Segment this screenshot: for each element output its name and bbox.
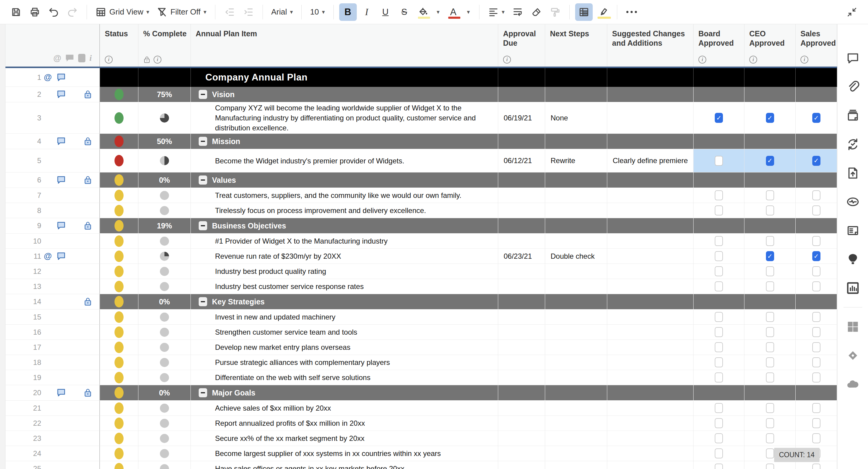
table-row[interactable]: 10#1 Provider of Widget X to the Manufac… — [5, 234, 837, 249]
cell-ceo-approved[interactable] — [744, 68, 796, 87]
cell-plan-item[interactable]: Develop new market entry plans overseas — [191, 340, 498, 355]
cell-percent[interactable] — [138, 102, 191, 134]
cell-sales-approved[interactable]: ✓ — [796, 149, 837, 172]
checkbox-unchecked[interactable] — [715, 357, 723, 367]
checkbox-checked[interactable]: ✓ — [766, 113, 774, 123]
cell-sales-approved[interactable] — [796, 279, 837, 294]
cell-board-approved[interactable] — [693, 446, 744, 461]
cell-ceo-approved[interactable] — [744, 87, 796, 102]
cell-sales-approved[interactable] — [796, 370, 837, 385]
checkbox-unchecked[interactable] — [812, 342, 820, 352]
row-gutter[interactable]: 20 — [5, 385, 100, 401]
cell-next-steps[interactable] — [545, 340, 607, 355]
cell-board-approved[interactable] — [693, 279, 744, 294]
cell-plan-item[interactable]: Differentiate on the web with self serve… — [191, 370, 498, 385]
table-row[interactable]: 24Become largest supplier of xxx systems… — [5, 446, 837, 461]
cell-approval-due[interactable] — [498, 172, 545, 188]
cell-suggested-changes[interactable] — [607, 355, 693, 370]
table-row[interactable]: 16Strengthen customer service team and t… — [5, 325, 837, 340]
cell-next-steps[interactable] — [545, 87, 607, 102]
cell-approval-due[interactable]: 06/19/21 — [498, 102, 545, 134]
row-gutter[interactable]: 1@ — [5, 68, 100, 87]
cell-approval-due[interactable]: 06/23/21 — [498, 249, 545, 264]
cell-board-approved[interactable] — [693, 188, 744, 203]
cell-percent[interactable] — [138, 264, 191, 279]
row-gutter[interactable]: 8 — [5, 203, 100, 218]
row-gutter[interactable]: 21 — [5, 401, 100, 416]
checkbox-unchecked[interactable] — [715, 312, 723, 322]
comment-icon[interactable] — [57, 252, 66, 261]
cell-suggested-changes[interactable] — [607, 446, 693, 461]
redo-button[interactable] — [64, 3, 81, 21]
cell-board-approved[interactable] — [693, 68, 744, 87]
cell-next-steps[interactable] — [545, 401, 607, 416]
cell-plan-item[interactable]: Treat customers, suppliers, and the comm… — [191, 188, 498, 203]
cell-ceo-approved[interactable] — [744, 218, 796, 234]
cell-plan-item[interactable]: #1 Provider of Widget X to the Manufactu… — [191, 234, 498, 249]
cell-sales-approved[interactable] — [796, 355, 837, 370]
cell-approval-due[interactable] — [498, 446, 545, 461]
cell-approval-due[interactable] — [498, 68, 545, 87]
cell-approval-due[interactable] — [498, 355, 545, 370]
cell-status[interactable] — [100, 234, 138, 249]
indent-button[interactable] — [240, 3, 257, 21]
cell-approval-due[interactable] — [498, 87, 545, 102]
checkbox-unchecked[interactable] — [766, 312, 774, 322]
cell-percent[interactable] — [138, 249, 191, 264]
font-size-selector[interactable]: 10 ▾ — [307, 3, 328, 21]
cell-ceo-approved[interactable] — [744, 309, 796, 325]
cell-board-approved[interactable] — [693, 370, 744, 385]
cell-plan-item[interactable]: Key Strategies — [191, 294, 498, 309]
cell-approval-due[interactable] — [498, 234, 545, 249]
column-header-approval-due[interactable]: Approval Duei — [498, 24, 545, 67]
cell-sales-approved[interactable] — [796, 203, 837, 218]
cell-sales-approved[interactable] — [796, 340, 837, 355]
cell-status[interactable] — [100, 431, 138, 446]
cell-suggested-changes[interactable] — [607, 385, 693, 401]
table-row[interactable]: 19Differentiate on the web with self ser… — [5, 370, 837, 385]
row-gutter[interactable]: 9 — [5, 218, 100, 234]
cell-percent[interactable]: 0% — [138, 172, 191, 188]
cell-ceo-approved[interactable] — [744, 264, 796, 279]
cell-sales-approved[interactable] — [796, 385, 837, 401]
checkbox-unchecked[interactable] — [812, 357, 820, 367]
collapse-section-button[interactable] — [199, 137, 207, 146]
fill-color-dropdown[interactable]: ▾ — [433, 3, 443, 21]
checkbox-unchecked[interactable] — [812, 281, 820, 291]
checkbox-unchecked[interactable] — [715, 156, 723, 166]
cell-ceo-approved[interactable] — [744, 370, 796, 385]
cell-next-steps[interactable] — [545, 355, 607, 370]
cell-sales-approved[interactable]: ✓ — [796, 102, 837, 134]
row-gutter[interactable]: 16 — [5, 325, 100, 340]
cell-percent[interactable] — [138, 370, 191, 385]
cell-board-approved[interactable] — [693, 385, 744, 401]
cell-approval-due[interactable] — [498, 188, 545, 203]
cell-suggested-changes[interactable] — [607, 431, 693, 446]
cell-status[interactable] — [100, 249, 138, 264]
cell-next-steps[interactable] — [545, 416, 607, 431]
cell-suggested-changes[interactable] — [607, 249, 693, 264]
strikethrough-button[interactable]: S — [396, 3, 413, 21]
table-row[interactable]: 12Industry best product quality rating — [5, 264, 837, 279]
cell-ceo-approved[interactable] — [744, 355, 796, 370]
cell-next-steps[interactable]: Rewrite — [545, 149, 607, 172]
cell-status[interactable] — [100, 149, 138, 172]
cell-suggested-changes[interactable] — [607, 68, 693, 87]
sidebar-grid-apps-button[interactable] — [842, 312, 864, 341]
cell-plan-item[interactable]: Industry best product quality rating — [191, 264, 498, 279]
bold-button[interactable]: B — [339, 3, 357, 21]
row-gutter[interactable]: 23 — [5, 431, 100, 446]
sidebar-activity-log-button[interactable] — [842, 187, 864, 216]
cell-board-approved[interactable] — [693, 264, 744, 279]
cell-ceo-approved[interactable] — [744, 385, 796, 401]
cell-percent[interactable] — [138, 446, 191, 461]
cell-percent[interactable] — [138, 188, 191, 203]
cell-approval-due[interactable] — [498, 309, 545, 325]
cell-board-approved[interactable] — [693, 401, 744, 416]
cell-next-steps[interactable] — [545, 234, 607, 249]
sidebar-publish-button[interactable] — [842, 159, 864, 187]
cell-next-steps[interactable] — [545, 203, 607, 218]
sidebar-summary-button[interactable] — [842, 216, 864, 245]
table-row[interactable]: 13Industry best customer service respons… — [5, 279, 837, 294]
table-row[interactable]: 7Treat customers, suppliers, and the com… — [5, 188, 837, 203]
